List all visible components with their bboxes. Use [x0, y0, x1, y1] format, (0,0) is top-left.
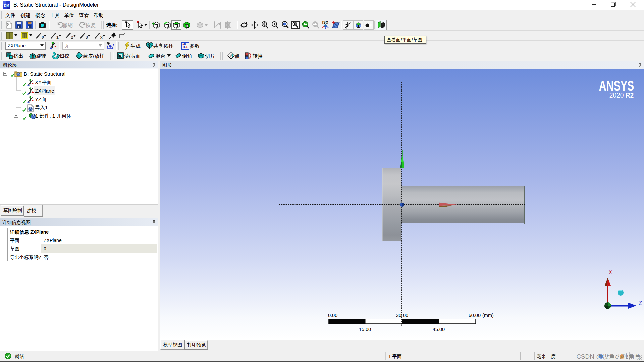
svg-text:P: P: [183, 46, 185, 49]
svg-text:DM: DM: [4, 4, 9, 7]
svg-text:2: 2: [71, 35, 73, 40]
svg-text:ISO: ISO: [322, 21, 329, 24]
svg-text:3: 3: [86, 35, 88, 40]
svg-text:1: 1: [56, 35, 59, 40]
svg-text:x: x: [100, 35, 103, 40]
svg-text:0: 0: [42, 35, 44, 40]
